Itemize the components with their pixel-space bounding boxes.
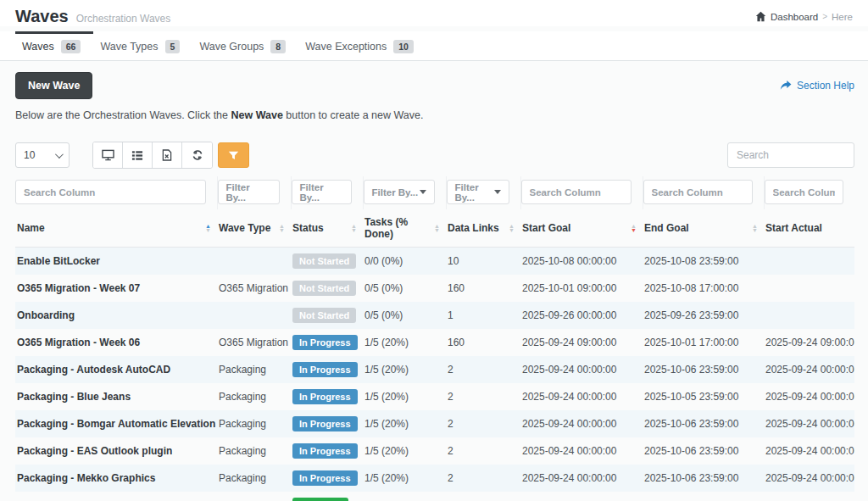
- filter-end-goal-input[interactable]: [643, 180, 753, 204]
- column-header-tasks[interactable]: Tasks (% Done)▲▼: [363, 209, 446, 248]
- filter-wave-type-select[interactable]: Filter By...: [218, 180, 280, 204]
- cell-status: In Progress: [291, 356, 363, 383]
- column-header-wave-type[interactable]: Wave Type▲▼: [217, 209, 291, 248]
- cell-data-links: 160: [446, 329, 520, 356]
- cell-data-links: 112: [446, 492, 520, 501]
- cell-tasks: 0/5 (0%): [363, 275, 446, 302]
- waves-table: Filter By... Filter By... Filter By... F…: [15, 176, 854, 501]
- table-row[interactable]: Enable BitLockerNot Started0/0 (0%)10202…: [15, 248, 854, 276]
- table-row[interactable]: OnboardingNot Started0/5 (0%)12025-09-26…: [15, 302, 854, 329]
- sort-icon: ▲▼: [205, 224, 211, 232]
- wave-table-body: Enable BitLockerNot Started0/0 (0%)10202…: [15, 248, 854, 501]
- filter-tasks-select[interactable]: Filter By...: [364, 180, 435, 204]
- filter-name-input[interactable]: [15, 180, 206, 204]
- table-row[interactable]: O365 Migration - Week 06O365 MigrationIn…: [15, 329, 854, 356]
- breadcrumb: Dashboard > Here: [755, 11, 853, 22]
- table-row[interactable]: Packaging - Blue JeansPackagingIn Progre…: [15, 383, 854, 410]
- cell-start-goal: 2025-10-08 00:00:00: [520, 248, 643, 276]
- cell-data-links: 2: [446, 356, 520, 383]
- cell-name: O365 Migration - Week 07: [15, 275, 217, 302]
- refresh-icon: [192, 149, 203, 161]
- page-header: Waves Orchestration Waves Dashboard > He…: [0, 0, 868, 26]
- column-header-start-actual[interactable]: Start Actual: [764, 209, 854, 248]
- cell-status: Not Started: [291, 302, 363, 329]
- cell-end-goal: 2025-10-05 23:59:00: [643, 383, 764, 410]
- cell-start-goal: 2025-09-24 00:00:00: [520, 437, 643, 465]
- cell-status: In Progress: [291, 410, 363, 437]
- cell-wave-type: O365 Migration: [217, 329, 291, 356]
- cell-end-goal: 2025-10-08 17:00:00: [643, 275, 764, 302]
- sort-icon: ▲▼: [631, 224, 637, 232]
- cell-end-goal: 2025-09-26 23:59:00: [643, 302, 764, 329]
- filter-status-select[interactable]: Filter By...: [292, 180, 352, 204]
- cell-start-actual: 2025-09-24 00:00:00: [764, 410, 854, 437]
- column-header-end-goal[interactable]: End Goal▲▼: [643, 209, 764, 248]
- sort-icon: ▲▼: [351, 224, 357, 232]
- tab-wave-exceptions[interactable]: Wave Exceptions 10: [298, 31, 426, 60]
- tab-waves[interactable]: Waves 66: [15, 31, 93, 60]
- cell-start-actual: 2025-09-17 09:00:00: [764, 492, 854, 501]
- column-header-status[interactable]: Status▲▼: [291, 209, 363, 248]
- column-header-row: Name▲▼ Wave Type▲▼ Status▲▼ Tasks (% Don…: [15, 209, 854, 248]
- filter-start-actual-input[interactable]: [765, 180, 844, 204]
- cell-start-goal: 2025-10-01 09:00:00: [520, 275, 643, 302]
- sort-icon: ▲▼: [509, 224, 515, 232]
- cell-status: In Progress: [291, 329, 363, 356]
- column-header-data-links[interactable]: Data Links▲▼: [446, 209, 520, 248]
- tab-count-badge: 10: [393, 40, 414, 53]
- filter-toggle-button[interactable]: [218, 142, 249, 168]
- section-description: Below are the Orchestration Waves. Click…: [15, 109, 854, 121]
- cell-wave-type: Packaging: [217, 437, 291, 465]
- page-size-select[interactable]: 10: [15, 142, 70, 168]
- filter-start-goal-input[interactable]: [521, 180, 632, 204]
- status-badge: In Progress: [292, 362, 358, 377]
- cell-name: Onboarding: [15, 302, 217, 329]
- status-badge: Complete: [292, 498, 348, 501]
- filter-label: Filter By...: [372, 187, 419, 198]
- list-view-button[interactable]: [123, 142, 153, 168]
- column-header-name[interactable]: Name▲▼: [15, 209, 217, 248]
- monitor-icon: [102, 149, 114, 161]
- display-view-button[interactable]: [93, 142, 123, 168]
- cell-data-links: 2: [446, 410, 520, 437]
- tab-wave-groups[interactable]: Wave Groups 8: [192, 31, 298, 60]
- refresh-button[interactable]: [182, 142, 212, 168]
- cell-end-goal: 2025-10-08 23:59:00: [643, 248, 764, 276]
- cell-start-actual: 2025-09-24 00:00:00: [764, 465, 854, 492]
- table-row[interactable]: Packaging - Mekko GraphicsPackagingIn Pr…: [15, 465, 854, 492]
- tab-count-badge: 8: [270, 40, 286, 53]
- tab-label: Wave Exceptions: [305, 41, 387, 53]
- tab-label: Wave Types: [100, 41, 158, 53]
- status-badge: Not Started: [292, 281, 356, 296]
- table-row[interactable]: O365 Migration - Week 07O365 MigrationNo…: [15, 275, 854, 302]
- column-header-start-goal[interactable]: Start Goal▲▼: [520, 209, 643, 248]
- cell-name: O365 Migration - Week 05: [15, 492, 217, 501]
- filter-label: Filter By...: [226, 182, 271, 203]
- export-file-button[interactable]: [153, 142, 182, 168]
- help-arrow-icon: [780, 81, 792, 91]
- page-title: Waves: [15, 7, 69, 26]
- cell-data-links: 1: [446, 302, 520, 329]
- cell-tasks: 1/5 (20%): [363, 437, 446, 465]
- section-help-link[interactable]: Section Help: [780, 80, 854, 92]
- page-size-value: 10: [24, 149, 35, 161]
- table-row[interactable]: Packaging - EAS Outlook pluginPackagingI…: [15, 437, 854, 465]
- cell-wave-type: [217, 302, 291, 329]
- filter-data-links-select[interactable]: Filter By...: [447, 180, 509, 204]
- search-input[interactable]: [727, 142, 854, 168]
- sort-icon: ▲▼: [752, 224, 758, 232]
- cell-start-goal: 2025-09-24 00:00:00: [520, 356, 643, 383]
- status-badge: In Progress: [292, 416, 358, 431]
- breadcrumb-current: Here: [832, 12, 853, 22]
- breadcrumb-dashboard[interactable]: Dashboard: [771, 12, 818, 22]
- cell-wave-type: [217, 248, 291, 276]
- new-wave-button[interactable]: New Wave: [15, 72, 92, 99]
- tab-wave-types[interactable]: Wave Types 5: [93, 31, 192, 60]
- table-row[interactable]: Packaging - Autodesk AutoCADPackagingIn …: [15, 356, 854, 383]
- table-row[interactable]: Packaging - Bomgar Automatic Elevation S…: [15, 410, 854, 437]
- breadcrumb-separator: >: [822, 12, 827, 21]
- cell-data-links: 160: [446, 275, 520, 302]
- table-row[interactable]: O365 Migration - Week 05O365 MigrationCo…: [15, 492, 854, 501]
- cell-start-goal: 2025-09-26 00:00:00: [520, 302, 643, 329]
- cell-status: In Progress: [291, 465, 363, 492]
